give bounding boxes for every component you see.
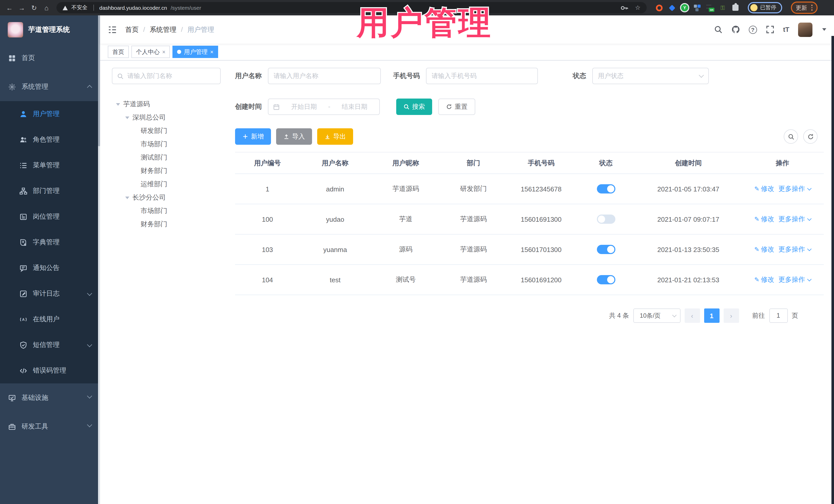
plus-icon [242,133,248,139]
fullscreen-icon[interactable] [766,25,774,34]
extensions-puzzle-icon[interactable] [732,4,739,11]
next-page-button[interactable]: › [723,308,739,323]
edit-link[interactable]: ✎修改 [754,215,774,224]
address-bar[interactable]: 不安全 dashboard.yudao.iocoder.cn/system/us… [57,2,647,13]
user-avatar[interactable] [798,22,812,37]
help-icon[interactable]: ? [749,25,757,34]
page-size-select[interactable]: 10条/页 [633,308,680,323]
browser-update-button[interactable]: 更新 [791,2,817,14]
ubuntu-extension-icon[interactable] [655,4,663,11]
toggle-search-button[interactable] [784,129,798,144]
status-toggle[interactable] [597,184,615,194]
edit-link[interactable]: ✎修改 [754,245,774,254]
breadcrumb-home[interactable]: 首页 [125,25,138,34]
status-select[interactable]: 用户状态 [592,68,709,84]
sidebar-item-online-users[interactable]: A 在线用户 [0,306,100,332]
sidebar-item-infra[interactable]: 基础设施 [0,384,100,412]
back-icon[interactable]: ← [5,4,14,12]
sidebar-item-system[interactable]: 系统管理 [0,72,100,101]
breadcrumb-system[interactable]: 系统管理 [150,25,176,34]
y-extension-icon[interactable]: Y [681,4,688,11]
tree-node[interactable]: 芋道源码 [112,97,221,111]
current-page-button[interactable]: 1 [704,308,719,323]
gem-extension-icon[interactable] [668,4,675,11]
sidebar-item-audit-log[interactable]: 审计日志 [0,281,100,306]
edit-link[interactable]: ✎修改 [754,275,774,284]
export-button[interactable]: 导出 [317,128,353,145]
tree-node[interactable]: 市场部门 [112,137,221,151]
add-button[interactable]: 新增 [235,128,271,145]
search-icon[interactable] [714,25,722,34]
sidebar-item-sms-mgmt[interactable]: 短信管理 [0,332,100,358]
tree-node[interactable]: 运维部门 [112,178,221,191]
tree-node[interactable]: 研发部门 [112,124,221,137]
tag-user-mgmt[interactable]: 用户管理× [173,46,218,58]
sidebar-item-user-mgmt[interactable]: 用户管理 [0,101,100,127]
more-actions-link[interactable]: 更多操作 [778,275,811,284]
home-icon[interactable]: ⌂ [42,4,51,12]
close-icon[interactable]: × [162,49,166,55]
sidebar-item-dev-tools[interactable]: 研发工具 [0,412,100,441]
status-toggle[interactable] [597,215,615,224]
sidebar-item-error-code[interactable]: 错误码管理 [0,358,100,384]
import-button[interactable]: 导入 [276,128,312,145]
browser-profile-chip[interactable]: 已暂停 [748,2,782,13]
github-icon[interactable] [731,25,740,34]
sidebar-item-dept-mgmt[interactable]: 部门管理 [0,178,100,204]
sidebar-item-notice[interactable]: 通知公告 [0,255,100,281]
tag-profile[interactable]: 个人中心× [131,46,170,58]
mobile-input[interactable] [426,68,538,84]
tree-node[interactable]: 长沙分公司 [112,191,221,204]
window-scrollbar[interactable] [831,36,834,504]
tag-home[interactable]: 首页 [108,46,129,58]
sidebar-scrollbar[interactable] [98,15,100,504]
warning-icon [63,5,68,10]
close-icon[interactable]: × [210,49,214,55]
divider [93,5,94,11]
sidebar-item-post-mgmt[interactable]: 岗位管理 [0,204,100,229]
sidebar: 芋道管理系统 首页 系统管理 用户管理 角色管理 [0,15,100,504]
bookmark-star-icon[interactable]: ☆ [635,4,640,11]
more-actions-link[interactable]: 更多操作 [778,215,811,224]
edit-link[interactable]: ✎修改 [754,184,774,194]
caret-down-icon[interactable] [125,116,129,119]
more-actions-link[interactable]: 更多操作 [778,184,811,194]
goto-page-input[interactable] [769,308,788,323]
sidebar-logo[interactable]: 芋道管理系统 [0,15,100,44]
font-size-icon[interactable]: tT [783,26,789,34]
caret-down-icon[interactable] [125,196,129,199]
tree-node[interactable]: 深圳总公司 [112,111,221,124]
blocks-extension-icon[interactable] [694,4,701,11]
tree-node[interactable]: 测试部门 [112,151,221,164]
reload-icon[interactable]: ↻ [30,4,39,12]
prev-page-button[interactable]: ‹ [684,308,700,323]
scrollbar-thumb[interactable] [98,15,100,146]
dashboard-icon [8,54,16,62]
tree-node[interactable]: 财务部门 [112,164,221,178]
sidebar-item-menu-mgmt[interactable]: 菜单管理 [0,152,100,178]
tree-node[interactable]: 市场部门 [112,204,221,218]
sidebar-item-label: 基础设施 [22,393,48,402]
forward-icon[interactable]: → [18,4,26,12]
caret-down-icon[interactable] [822,28,826,31]
on-badge-extension-icon[interactable]: on [706,4,714,11]
kebab-menu-icon[interactable] [811,5,812,11]
sidebar-item-dict-mgmt[interactable]: 字典管理 [0,229,100,255]
status-toggle[interactable] [597,275,615,284]
tree-node[interactable]: 财务部门 [112,218,221,231]
more-actions-link[interactable]: 更多操作 [778,245,811,254]
hamburger-icon[interactable] [108,25,117,34]
search-button[interactable]: 搜索 [396,98,432,115]
reset-button[interactable]: 重置 [438,98,475,115]
key-icon[interactable] [620,3,629,12]
pagination: 共 4 条 10条/页 ‹ 1 › 前往 页 [235,308,824,323]
green-key-extension-icon[interactable]: ⚿ [719,4,726,11]
refresh-table-button[interactable] [803,129,817,144]
status-toggle[interactable] [597,245,615,254]
sidebar-item-home[interactable]: 首页 [0,44,100,72]
sidebar-item-role-mgmt[interactable]: 角色管理 [0,127,100,152]
date-range-picker[interactable]: 开始日期 - 结束日期 [268,98,380,115]
caret-down-icon[interactable] [116,103,120,106]
dept-search-input[interactable] [127,72,216,80]
username-input[interactable] [268,68,381,84]
